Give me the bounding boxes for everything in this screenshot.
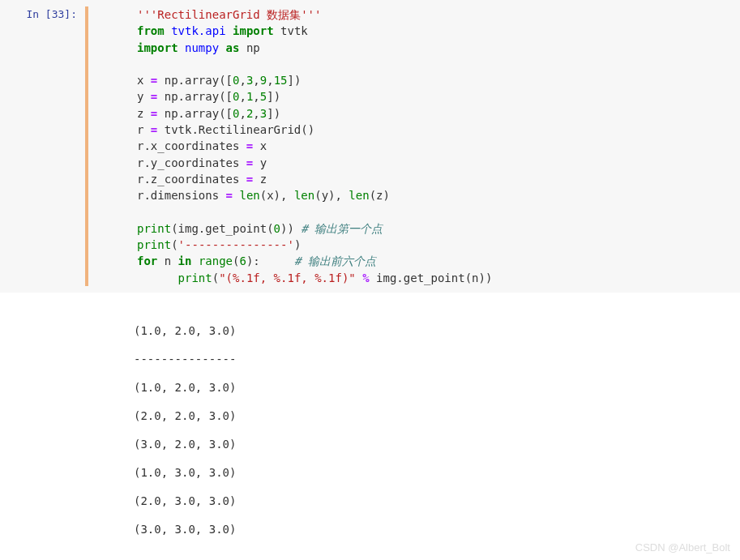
call: tvtk.RectilinearGrid() — [157, 123, 314, 136]
builtin-len: len — [239, 189, 259, 202]
output-line: (1.0, 2.0, 3.0) — [134, 317, 740, 345]
builtin-len: len — [294, 189, 314, 202]
num: 9 — [260, 74, 267, 87]
input-prompt: In [33]: — [0, 6, 85, 286]
sp — [191, 254, 198, 267]
output-line: (2.0, 3.0, 3.0) — [134, 487, 740, 515]
sp — [356, 271, 362, 284]
import-name: tvtk — [280, 24, 308, 37]
output-line: (1.0, 2.0, 3.0) — [134, 374, 740, 402]
num: 1 — [246, 90, 253, 103]
num: 0 — [233, 74, 239, 87]
string: "(%.1f, %.1f, %.1f)" — [219, 271, 356, 284]
rest: img.get_point(n)) — [370, 271, 493, 284]
builtin-len: len — [349, 189, 369, 202]
close: ) — [294, 238, 301, 251]
num: 0 — [233, 90, 239, 103]
num: 15 — [274, 74, 288, 87]
call: np.array([ — [157, 74, 233, 87]
var-r: r — [137, 123, 151, 136]
close: ): — [246, 254, 294, 267]
args: (x), — [260, 189, 294, 202]
builtin-print: print — [137, 222, 171, 235]
close: ]) — [267, 90, 280, 103]
code-block[interactable]: '''RectilinearGrid 数据集''' from tvtk.api … — [88, 6, 492, 286]
kw-as: as — [226, 41, 240, 54]
num: 5 — [260, 90, 267, 103]
watermark: CSDN @Albert_Bolt — [635, 541, 730, 554]
builtin-print: print — [137, 238, 171, 251]
output-line: (2.0, 2.0, 3.0) — [134, 402, 740, 430]
num: 0 — [274, 222, 280, 235]
import-alias: np — [246, 41, 260, 54]
string: '---------------' — [178, 238, 294, 251]
num: 3 — [246, 74, 253, 87]
args: (img.get_point( — [171, 222, 273, 235]
open: ( — [212, 271, 219, 284]
close: ]) — [267, 107, 280, 120]
num: 0 — [233, 107, 239, 120]
var-n: n — [157, 254, 178, 267]
output-line: (3.0, 2.0, 3.0) — [134, 430, 740, 459]
rhs: x — [253, 139, 267, 152]
kw-import: import — [233, 24, 274, 37]
call: np.array([ — [157, 90, 233, 103]
builtin-range: range — [199, 254, 233, 267]
args: (z) — [370, 189, 390, 202]
attr: r.dimensions — [137, 189, 226, 202]
module-name: tvtk.api — [171, 24, 225, 37]
open: ( — [171, 238, 178, 251]
module-name: numpy — [185, 41, 219, 54]
attr: r.x_coordinates — [137, 139, 246, 152]
op-assign: = — [226, 189, 233, 202]
var-y: y — [137, 90, 151, 103]
kw-import: import — [137, 41, 178, 54]
num: 3 — [260, 107, 267, 120]
builtin-print: print — [178, 271, 212, 284]
indent — [137, 271, 178, 284]
var-z: z — [137, 107, 151, 120]
close: ]) — [288, 74, 302, 87]
num: 2 — [246, 107, 253, 120]
close: )) — [280, 222, 301, 235]
attr: r.z_coordinates — [137, 173, 246, 186]
rhs: z — [253, 173, 267, 186]
kw-from: from — [137, 24, 165, 37]
kw-for: for — [137, 254, 157, 267]
kw-in: in — [178, 254, 192, 267]
comment: # 输出前六个点 — [294, 254, 376, 267]
output-line: --------------- — [134, 345, 740, 374]
op-mod: % — [362, 271, 369, 284]
output-line: (1.0, 3.0, 3.0) — [134, 459, 740, 487]
code-cell: In [33]: '''RectilinearGrid 数据集''' from … — [0, 0, 740, 293]
call: np.array([ — [157, 107, 233, 120]
docstring: '''RectilinearGrid 数据集''' — [137, 8, 321, 21]
num: 6 — [239, 254, 246, 267]
rhs: y — [253, 156, 267, 169]
args: (y), — [314, 189, 349, 202]
output-line: (3.0, 3.0, 3.0) — [134, 515, 740, 544]
var-x: x — [137, 74, 151, 87]
comment: # 输出第一个点 — [301, 222, 383, 235]
output-block: (1.0, 2.0, 3.0) --------------- (1.0, 2.… — [0, 293, 740, 544]
attr: r.y_coordinates — [137, 156, 246, 169]
